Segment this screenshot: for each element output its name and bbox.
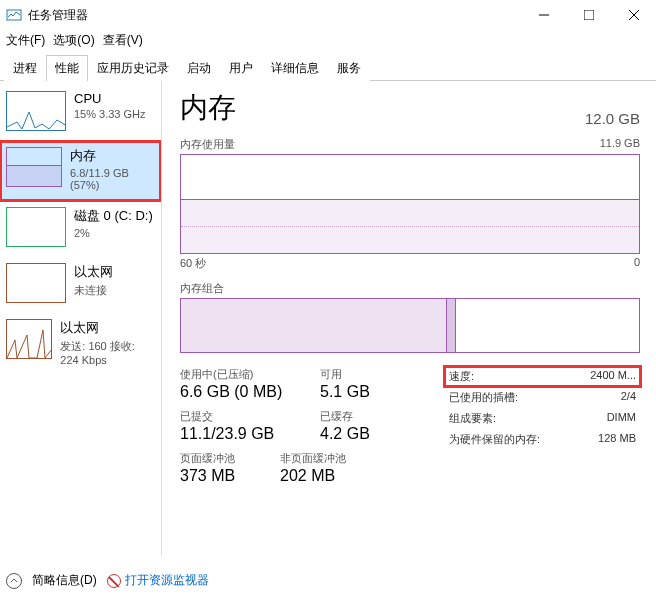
brief-info-link[interactable]: 简略信息(D) [32,572,97,589]
sidebar-item-stat: 未连接 [74,283,113,298]
usage-chart-max: 11.9 GB [600,137,640,152]
stat-label: 已缓存 [320,409,435,424]
minimize-button[interactable] [521,0,566,30]
svg-rect-2 [584,10,594,20]
stat-value: 202 MB [280,467,395,485]
tab-processes[interactable]: 进程 [4,55,46,81]
sidebar-item-label: 磁盘 0 (C: D:) [74,207,153,225]
sidebar-item-disk[interactable]: 磁盘 0 (C: D:)2% [0,201,161,257]
page-title: 内存 [180,89,236,127]
ethernet-thumb-icon [6,319,52,359]
total-memory: 12.0 GB [585,110,640,127]
memory-thumb-icon [6,147,62,187]
sidebar-item-stat: 2% [74,227,153,239]
close-button[interactable] [611,0,656,30]
stat-label: 使用中(已压缩) [180,367,320,382]
maximize-button[interactable] [566,0,611,30]
stat-label: 可用 [320,367,435,382]
tab-performance[interactable]: 性能 [46,55,88,81]
sidebar-item-cpu[interactable]: CPU15% 3.33 GHz [0,85,161,141]
sidebar-item-label: 内存 [70,147,155,165]
x-axis-right: 0 [634,256,640,271]
sidebar-item-ethernet-2[interactable]: 以太网发送: 160 接收: 224 Kbps [0,313,161,376]
detail-value: DIMM [607,411,636,426]
stat-value: 11.1/23.9 GB [180,425,320,443]
tab-services[interactable]: 服务 [328,55,370,81]
stat-label: 页面缓冲池 [180,451,280,466]
titlebar: 任务管理器 [0,0,656,30]
stat-value: 5.1 GB [320,383,435,401]
memory-composition-chart [180,298,640,353]
stat-value: 6.6 GB (0 MB) [180,383,320,401]
detail-label: 速度: [449,369,474,384]
sidebar-item-label: 以太网 [60,319,155,337]
window-title: 任务管理器 [28,7,88,24]
sidebar-item-label: 以太网 [74,263,113,281]
footer: 简略信息(D) 打开资源监视器 [6,572,209,589]
tab-users[interactable]: 用户 [220,55,262,81]
cpu-thumb-icon [6,91,66,131]
sidebar-item-ethernet-1[interactable]: 以太网未连接 [0,257,161,313]
main-panel: 内存 12.0 GB 内存使用量11.9 GB 60 秒0 内存组合 使用中(已… [162,81,656,556]
sidebar-item-memory[interactable]: 内存6.8/11.9 GB (57%) [0,141,161,201]
menu-file[interactable]: 文件(F) [6,32,45,49]
tabs: 进程 性能 应用历史记录 启动 用户 详细信息 服务 [0,54,656,81]
stat-label: 已提交 [180,409,320,424]
detail-value: 2/4 [621,390,636,405]
detail-label: 已使用的插槽: [449,390,518,405]
usage-chart-label: 内存使用量 [180,137,235,152]
stats-grid: 使用中(已压缩)6.6 GB (0 MB) 可用5.1 GB 已提交11.1/2… [180,367,435,493]
sidebar-item-stat: 发送: 160 接收: 224 Kbps [60,339,155,366]
composition-label: 内存组合 [180,281,224,296]
stat-value: 4.2 GB [320,425,435,443]
detail-label: 为硬件保留的内存: [449,432,540,447]
ethernet-thumb-icon [6,263,66,303]
detail-value: 128 MB [598,432,636,447]
stat-value: 373 MB [180,467,280,485]
sidebar-item-label: CPU [74,91,146,106]
stat-label: 非页面缓冲池 [280,451,395,466]
menu-options[interactable]: 选项(O) [53,32,94,49]
details-list: 速度:2400 M... 已使用的插槽:2/4 组成要素:DIMM 为硬件保留的… [445,367,640,493]
disk-thumb-icon [6,207,66,247]
sidebar-item-stat: 15% 3.33 GHz [74,108,146,120]
app-icon [6,7,22,23]
collapse-icon[interactable] [6,573,22,589]
x-axis-left: 60 秒 [180,256,206,271]
detail-value: 2400 M... [590,369,636,384]
memory-usage-chart [180,154,640,254]
tab-startup[interactable]: 启动 [178,55,220,81]
resource-monitor-icon [107,574,121,588]
sidebar-item-stat: 6.8/11.9 GB (57%) [70,167,155,191]
tab-app-history[interactable]: 应用历史记录 [88,55,178,81]
sidebar: CPU15% 3.33 GHz 内存6.8/11.9 GB (57%) 磁盘 0… [0,81,162,556]
menu-view[interactable]: 查看(V) [103,32,143,49]
resource-monitor-link[interactable]: 打开资源监视器 [107,572,209,589]
detail-label: 组成要素: [449,411,496,426]
menubar: 文件(F) 选项(O) 查看(V) [0,30,656,50]
tab-details[interactable]: 详细信息 [262,55,328,81]
